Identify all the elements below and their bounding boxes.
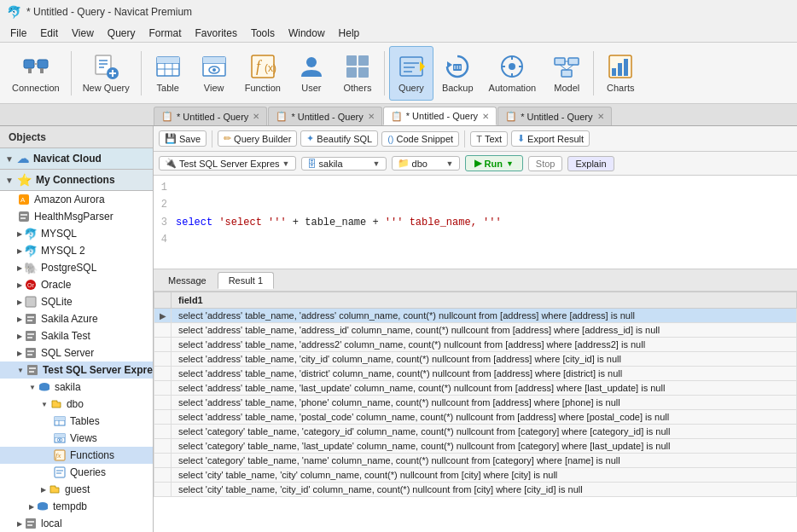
sidebar-item-mysql[interactable]: ▶ 🐬 MYSQL [0,225,153,242]
sidebar-item-sakila-test[interactable]: ▶ Sakila Test [0,327,153,344]
my-connections-header[interactable]: ▼ ⭐ My Connections [0,170,153,191]
sidebar-item-guest[interactable]: ▶ guest [0,481,153,498]
sidebar-item-sql-server[interactable]: ▶ SQL Server [0,344,153,361]
table-row[interactable]: ▶select 'address' table_name, 'address' … [154,309,797,323]
toolbar-table-button[interactable]: Table [146,46,190,101]
sidebar-item-mysql2[interactable]: ▶ 🐬 MYSQL 2 [0,242,153,259]
stop-button[interactable]: Stop [528,156,563,171]
sidebar-item-sakila-azure[interactable]: ▶ Sakila Azure [0,310,153,327]
database-selector[interactable]: 🗄 sakila ▼ [301,157,387,171]
sidebar-item-views[interactable]: Views [0,430,153,447]
sidebar-item-test-sql-server[interactable]: ▼ Test SQL Server Express [0,361,153,379]
menu-file[interactable]: File [3,26,33,41]
result-tab-result1[interactable]: Result 1 [218,272,274,289]
sidebar-item-sakila-db[interactable]: ▼ sakila [0,379,153,396]
table-row[interactable]: select 'address' table_name, 'address_id… [154,323,797,338]
query-builder-button[interactable]: ✏ Query Builder [218,130,297,147]
sidebar-item-functions-label: Functions [70,449,114,461]
toolbar-connection-button[interactable]: Connection [5,46,67,101]
save-button[interactable]: 💾 Save [159,130,207,147]
table-row[interactable]: select 'address' table_name, 'city_id' c… [154,352,797,367]
toolbar-others-button[interactable]: Others [335,46,380,101]
toolbar-user-button[interactable]: User [289,46,334,101]
function-icon: f (x) [249,53,276,80]
toolbar-query-button[interactable]: Query [389,46,433,101]
table-row[interactable]: select 'address' table_name, 'address2' … [154,338,797,352]
schema-selector[interactable]: 📁 dbo ▼ [392,156,460,171]
table-row[interactable]: select 'address' table_name, 'last_updat… [154,381,797,396]
toolbar-automation-button[interactable]: Automation [482,46,544,101]
objects-tab-header[interactable]: Objects [0,126,153,148]
table-row[interactable]: select 'address' table_name, 'postal_cod… [154,410,797,425]
svg-rect-28 [358,55,369,66]
healthmsgparser-icon [17,210,31,223]
functions-icon: fx [53,448,67,462]
schema-select-icon: 📁 [398,158,410,169]
tab-1[interactable]: 📋 * Untitled - Query ✕ [154,107,267,125]
sidebar-item-oracle[interactable]: ▶ Or Oracle [0,276,153,293]
row-field1: select 'address' table_name, 'postal_cod… [172,410,797,425]
toolbar-model-button[interactable]: Model [544,46,589,101]
table-row[interactable]: select 'category' table_name, 'name' col… [154,454,797,468]
svg-rect-1 [38,60,48,68]
menu-format[interactable]: Format [143,26,189,41]
code-content[interactable]: select 'select ''' + table_name + ''' ta… [176,179,792,265]
app-title: * Untitled - Query - Navicat Premium [26,6,192,18]
code-snippet-button[interactable]: () Code Snippet [381,131,459,147]
sidebar-item-queries[interactable]: Queries [0,464,153,481]
sidebar-item-amazon-aurora[interactable]: A Amazon Aurora [0,191,153,208]
toolbar-newquery-button[interactable]: New Query [76,46,137,101]
menu-query[interactable]: Query [101,26,143,41]
tab-3[interactable]: 📋 * Untitled - Query ✕ [383,107,497,125]
menu-view[interactable]: View [65,26,101,41]
beautify-sql-button[interactable]: ✦ Beautify SQL [300,130,378,147]
row-field1: select 'city' table_name, 'city' column_… [172,468,797,483]
svg-rect-49 [561,70,572,77]
tab-4-close[interactable]: ✕ [597,112,604,121]
tab-2[interactable]: 📋 * Untitled - Query ✕ [268,107,381,125]
chevron-right-ss-icon: ▶ [17,350,22,357]
menu-favorites[interactable]: Favorites [189,26,244,41]
tab-1-close[interactable]: ✕ [253,112,259,121]
menu-window[interactable]: Window [282,26,332,41]
sidebar-item-postgresql[interactable]: ▶ 🐘 PostgreSQL [0,259,153,276]
tab-3-close[interactable]: ✕ [482,112,489,121]
app-icon: 🐬 [7,5,21,19]
table-row[interactable]: select 'category' table_name, 'last_upda… [154,439,797,454]
table-row[interactable]: select 'address' table_name, 'district' … [154,367,797,381]
sidebar-item-tempdb[interactable]: ▶ tempdb [0,498,153,515]
table-row[interactable]: select 'address' table_name, 'phone' col… [154,396,797,410]
text-button[interactable]: T Text [470,131,508,147]
sidebar-item-dbo[interactable]: ▼ dbo [0,396,153,413]
sidebar-item-sqlite[interactable]: ▶ SQLite [0,293,153,310]
code-editor[interactable]: 1 2 3 4 select 'select ''' + table_name … [154,176,797,269]
result-tab-message[interactable]: Message [157,272,218,289]
query-toolbar: 💾 Save ✏ Query Builder ✦ Beautify SQL ()… [154,126,797,152]
toolbar-function-button[interactable]: f (x) Function [238,46,288,101]
beautify-label: Beautify SQL [317,134,372,144]
connection-selector[interactable]: 🔌 Test SQL Server Expres ▼ [159,156,296,171]
sidebar-item-healthmsgparser[interactable]: HealthMsgParser [0,208,153,225]
navicat-cloud-header[interactable]: ▼ ☁ Navicat Cloud [0,148,153,170]
explain-button[interactable]: Explain [567,156,614,171]
export-result-button[interactable]: ⬇ Export Result [511,130,590,147]
table-row[interactable]: select 'category' table_name, 'category_… [154,425,797,439]
svg-rect-93 [26,518,36,529]
table-row[interactable]: select 'city' table_name, 'city_id' colu… [154,483,797,497]
sidebar-item-tables[interactable]: Tables [0,413,153,430]
svg-text:A: A [20,196,26,204]
toolbar-backup-button[interactable]: Backup [435,46,480,101]
sidebar-item-functions[interactable]: fx Functions [0,447,153,464]
menu-edit[interactable]: Edit [33,26,65,41]
col-arrow [154,292,172,309]
sidebar-item-local[interactable]: ▶ local [0,515,153,532]
result1-tab-label: Result 1 [229,275,263,286]
menu-help[interactable]: Help [332,26,367,41]
run-button[interactable]: ▶ Run ▼ [465,155,523,171]
menu-tools[interactable]: Tools [244,26,282,41]
tab-4[interactable]: 📋 * Untitled - Query ✕ [497,107,611,125]
toolbar-view-button[interactable]: View [192,46,236,101]
table-row[interactable]: select 'city' table_name, 'city' column_… [154,468,797,483]
tab-2-close[interactable]: ✕ [368,112,375,121]
toolbar-charts-button[interactable]: Charts [598,46,643,101]
